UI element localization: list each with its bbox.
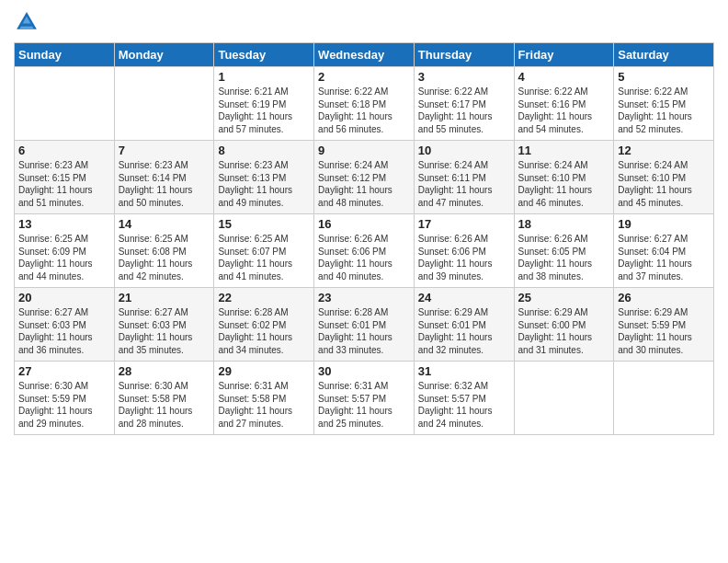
svg-rect-2 — [21, 24, 32, 27]
calendar-cell: 15Sunrise: 6:25 AMSunset: 6:07 PMDayligh… — [214, 214, 314, 288]
calendar-cell — [114, 67, 214, 141]
weekday-header-row: SundayMondayTuesdayWednesdayThursdayFrid… — [15, 43, 714, 67]
day-info: Sunrise: 6:29 AMSunset: 6:00 PMDaylight:… — [518, 306, 610, 356]
day-info: Sunrise: 6:21 AMSunset: 6:19 PMDaylight:… — [218, 86, 310, 135]
week-row-3: 13Sunrise: 6:25 AMSunset: 6:09 PMDayligh… — [15, 214, 714, 288]
day-number: 13 — [18, 217, 110, 231]
calendar-cell: 22Sunrise: 6:28 AMSunset: 6:02 PMDayligh… — [214, 288, 314, 362]
day-info: Sunrise: 6:31 AMSunset: 5:58 PMDaylight:… — [218, 380, 310, 430]
calendar-table: SundayMondayTuesdayWednesdayThursdayFrid… — [14, 42, 714, 435]
day-info: Sunrise: 6:29 AMSunset: 6:01 PMDaylight:… — [418, 306, 510, 356]
calendar-cell: 29Sunrise: 6:31 AMSunset: 5:58 PMDayligh… — [214, 362, 314, 435]
day-number: 27 — [18, 364, 110, 378]
day-number: 26 — [618, 291, 710, 304]
calendar-cell: 5Sunrise: 6:22 AMSunset: 6:15 PMDaylight… — [614, 67, 714, 141]
day-info: Sunrise: 6:30 AMSunset: 5:58 PMDaylight:… — [119, 380, 210, 430]
calendar-cell: 31Sunrise: 6:32 AMSunset: 5:57 PMDayligh… — [414, 362, 514, 435]
day-number: 8 — [218, 144, 310, 157]
day-number: 1 — [218, 70, 310, 84]
day-info: Sunrise: 6:28 AMSunset: 6:02 PMDaylight:… — [218, 306, 310, 356]
calendar-cell: 17Sunrise: 6:26 AMSunset: 6:06 PMDayligh… — [414, 214, 514, 288]
calendar-cell: 4Sunrise: 6:22 AMSunset: 6:16 PMDaylight… — [514, 67, 614, 141]
weekday-header-tuesday: Tuesday — [214, 43, 314, 67]
calendar-cell: 25Sunrise: 6:29 AMSunset: 6:00 PMDayligh… — [514, 288, 614, 362]
day-number: 24 — [418, 291, 510, 304]
day-number: 6 — [18, 144, 110, 157]
day-number: 10 — [418, 144, 510, 157]
weekday-header-friday: Friday — [514, 43, 614, 67]
day-number: 11 — [518, 144, 610, 157]
logo — [14, 9, 43, 35]
day-number: 20 — [18, 291, 110, 304]
calendar-page: SundayMondayTuesdayWednesdayThursdayFrid… — [0, 0, 728, 563]
calendar-cell: 2Sunrise: 6:22 AMSunset: 6:18 PMDaylight… — [314, 67, 415, 141]
day-info: Sunrise: 6:22 AMSunset: 6:15 PMDaylight:… — [618, 86, 710, 135]
week-row-4: 20Sunrise: 6:27 AMSunset: 6:03 PMDayligh… — [15, 288, 714, 362]
day-number: 31 — [418, 364, 510, 378]
calendar-cell: 19Sunrise: 6:27 AMSunset: 6:04 PMDayligh… — [614, 214, 714, 288]
calendar-cell — [614, 362, 714, 435]
day-info: Sunrise: 6:23 AMSunset: 6:15 PMDaylight:… — [18, 159, 110, 209]
day-info: Sunrise: 6:28 AMSunset: 6:01 PMDaylight:… — [318, 306, 410, 356]
day-info: Sunrise: 6:25 AMSunset: 6:09 PMDaylight:… — [18, 233, 110, 282]
day-info: Sunrise: 6:25 AMSunset: 6:07 PMDaylight:… — [218, 233, 310, 282]
day-number: 4 — [518, 70, 610, 84]
day-info: Sunrise: 6:24 AMSunset: 6:11 PMDaylight:… — [418, 159, 510, 209]
calendar-cell — [514, 362, 614, 435]
day-info: Sunrise: 6:22 AMSunset: 6:16 PMDaylight:… — [518, 86, 610, 135]
calendar-cell: 24Sunrise: 6:29 AMSunset: 6:01 PMDayligh… — [414, 288, 514, 362]
day-number: 7 — [119, 144, 210, 157]
calendar-cell: 30Sunrise: 6:31 AMSunset: 5:57 PMDayligh… — [314, 362, 415, 435]
day-number: 3 — [418, 70, 510, 84]
weekday-header-saturday: Saturday — [614, 43, 714, 67]
day-info: Sunrise: 6:26 AMSunset: 6:06 PMDaylight:… — [418, 233, 510, 282]
calendar-cell: 6Sunrise: 6:23 AMSunset: 6:15 PMDaylight… — [15, 141, 115, 214]
day-number: 17 — [418, 217, 510, 231]
week-row-2: 6Sunrise: 6:23 AMSunset: 6:15 PMDaylight… — [15, 141, 714, 214]
day-info: Sunrise: 6:32 AMSunset: 5:57 PMDaylight:… — [418, 380, 510, 430]
day-info: Sunrise: 6:26 AMSunset: 6:06 PMDaylight:… — [318, 233, 410, 282]
calendar-cell: 7Sunrise: 6:23 AMSunset: 6:14 PMDaylight… — [114, 141, 214, 214]
calendar-cell: 20Sunrise: 6:27 AMSunset: 6:03 PMDayligh… — [15, 288, 115, 362]
calendar-cell: 11Sunrise: 6:24 AMSunset: 6:10 PMDayligh… — [514, 141, 614, 214]
day-info: Sunrise: 6:30 AMSunset: 5:59 PMDaylight:… — [18, 380, 110, 430]
day-info: Sunrise: 6:29 AMSunset: 5:59 PMDaylight:… — [618, 306, 710, 356]
logo-icon — [14, 9, 40, 35]
weekday-header-thursday: Thursday — [414, 43, 514, 67]
day-info: Sunrise: 6:26 AMSunset: 6:05 PMDaylight:… — [518, 233, 610, 282]
day-info: Sunrise: 6:22 AMSunset: 6:17 PMDaylight:… — [418, 86, 510, 135]
calendar-cell — [15, 67, 115, 141]
day-number: 12 — [618, 144, 710, 157]
day-number: 5 — [618, 70, 710, 84]
weekday-header-sunday: Sunday — [15, 43, 115, 67]
day-info: Sunrise: 6:27 AMSunset: 6:03 PMDaylight:… — [119, 306, 210, 356]
week-row-5: 27Sunrise: 6:30 AMSunset: 5:59 PMDayligh… — [15, 362, 714, 435]
calendar-cell: 23Sunrise: 6:28 AMSunset: 6:01 PMDayligh… — [314, 288, 415, 362]
day-number: 23 — [318, 291, 410, 304]
calendar-cell: 18Sunrise: 6:26 AMSunset: 6:05 PMDayligh… — [514, 214, 614, 288]
calendar-cell: 14Sunrise: 6:25 AMSunset: 6:08 PMDayligh… — [114, 214, 214, 288]
calendar-cell: 10Sunrise: 6:24 AMSunset: 6:11 PMDayligh… — [414, 141, 514, 214]
calendar-cell: 13Sunrise: 6:25 AMSunset: 6:09 PMDayligh… — [15, 214, 115, 288]
day-number: 29 — [218, 364, 310, 378]
day-number: 9 — [318, 144, 410, 157]
day-info: Sunrise: 6:24 AMSunset: 6:10 PMDaylight:… — [518, 159, 610, 209]
weekday-header-monday: Monday — [114, 43, 214, 67]
calendar-cell: 3Sunrise: 6:22 AMSunset: 6:17 PMDaylight… — [414, 67, 514, 141]
day-info: Sunrise: 6:27 AMSunset: 6:04 PMDaylight:… — [618, 233, 710, 282]
day-info: Sunrise: 6:24 AMSunset: 6:12 PMDaylight:… — [318, 159, 410, 209]
day-info: Sunrise: 6:31 AMSunset: 5:57 PMDaylight:… — [318, 380, 410, 430]
weekday-header-wednesday: Wednesday — [314, 43, 415, 67]
day-number: 18 — [518, 217, 610, 231]
day-info: Sunrise: 6:22 AMSunset: 6:18 PMDaylight:… — [318, 86, 410, 135]
week-row-1: 1Sunrise: 6:21 AMSunset: 6:19 PMDaylight… — [15, 67, 714, 141]
calendar-cell: 26Sunrise: 6:29 AMSunset: 5:59 PMDayligh… — [614, 288, 714, 362]
calendar-cell: 21Sunrise: 6:27 AMSunset: 6:03 PMDayligh… — [114, 288, 214, 362]
day-info: Sunrise: 6:25 AMSunset: 6:08 PMDaylight:… — [119, 233, 210, 282]
header — [14, 9, 714, 35]
day-info: Sunrise: 6:27 AMSunset: 6:03 PMDaylight:… — [18, 306, 110, 356]
day-info: Sunrise: 6:23 AMSunset: 6:14 PMDaylight:… — [119, 159, 210, 209]
calendar-cell: 1Sunrise: 6:21 AMSunset: 6:19 PMDaylight… — [214, 67, 314, 141]
day-number: 19 — [618, 217, 710, 231]
calendar-cell: 9Sunrise: 6:24 AMSunset: 6:12 PMDaylight… — [314, 141, 415, 214]
